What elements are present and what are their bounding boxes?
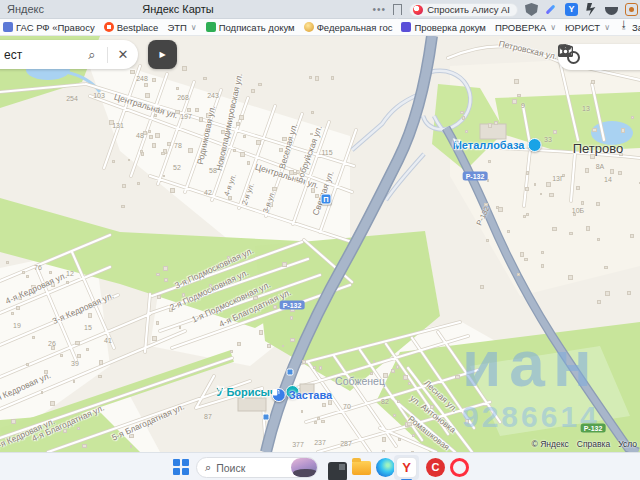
close-icon[interactable]: ✕ <box>108 47 138 62</box>
chevron-down-icon: ∨ <box>191 23 197 32</box>
tab-preview-icon[interactable] <box>625 3 638 16</box>
bookmarks-bar: ГАС РФ «ПравосуBestplaceЭТП∨Подписать до… <box>0 19 640 36</box>
overflow-dots-icon[interactable]: ••• <box>373 4 387 15</box>
search-icon[interactable]: ⌕ <box>77 47 107 63</box>
alice-label: Спросить Алису AI <box>427 4 510 15</box>
doc-green-icon <box>206 22 216 32</box>
badge-blue-icon <box>401 22 411 32</box>
bookmark-item[interactable]: ПРОВЕРКА∨ <box>495 22 556 33</box>
red-c-app-icon[interactable]: C <box>426 458 445 477</box>
download-icon <box>619 22 629 32</box>
browser-window-title: Яндекс <box>7 3 44 15</box>
bookmark-label: Федеральная гос <box>317 22 393 33</box>
bookmark-label: ЭТП <box>167 22 186 33</box>
cart-icon <box>527 138 541 152</box>
bookmark-item[interactable]: ЮРИСТ∨ <box>565 22 610 33</box>
bookmark-label: Загрузки <box>632 22 640 33</box>
fuel-icon <box>272 388 286 402</box>
bookmark-flag-icon[interactable] <box>393 4 402 15</box>
bookmark-label: ЮРИСТ <box>565 22 600 33</box>
alice-assistant-button[interactable]: Спросить Алису AI <box>409 3 518 17</box>
bookmark-item[interactable]: ЭТП∨ <box>167 22 196 33</box>
taskbar-search[interactable]: ⌕ Поиск <box>196 457 318 478</box>
edit-pencil-icon[interactable] <box>545 3 558 16</box>
attribution-link[interactable]: Справка <box>577 439 610 449</box>
screen: Яндекс Яндекс Карты ••• Спросить Алису A… <box>0 0 640 480</box>
poi-store[interactable]: Металлобаза <box>453 138 542 152</box>
search-input[interactable]: ест <box>4 48 77 62</box>
edge-icon[interactable] <box>376 458 395 477</box>
doc-blue-icon <box>3 22 13 32</box>
taskbar-search-placeholder: Поиск <box>216 462 245 474</box>
opera-icon[interactable] <box>450 458 469 477</box>
clipped-toolbar-icon[interactable] <box>558 44 566 57</box>
panel-expand-button[interactable]: ▶ <box>148 40 177 69</box>
chevron-down-icon: ∨ <box>550 23 556 32</box>
map-attribution: © ЯндексСправкаУсло <box>532 439 637 449</box>
attribution-link[interactable]: Усло <box>618 439 637 449</box>
browser-tabbar: Яндекс Яндекс Карты ••• Спросить Алису A… <box>0 0 640 19</box>
chevron-down-icon: ∨ <box>604 23 610 32</box>
bookmark-label: ПРОВЕРКА <box>495 22 546 33</box>
bookmark-label: Проверка докум <box>414 22 485 33</box>
bookmark-item[interactable]: Федеральная гос <box>304 22 393 33</box>
yandex-y-icon[interactable]: Y <box>565 3 578 16</box>
search-highlight-photo[interactable] <box>291 458 317 477</box>
extension-icon-b[interactable] <box>605 3 618 16</box>
bookmark-label: ГАС РФ «Правосу <box>16 22 95 33</box>
bookmark-label: Подписать докум <box>219 22 295 33</box>
attribution-link[interactable]: © Яндекс <box>532 439 569 449</box>
poi-fuel-station[interactable]: Застава <box>272 388 332 402</box>
file-explorer-icon[interactable] <box>352 458 371 477</box>
extension-icon-a[interactable] <box>585 3 598 16</box>
active-tab-title[interactable]: Яндекс Карты <box>142 3 213 15</box>
bookmark-item[interactable]: Подписать докум <box>206 22 295 33</box>
dark-app-icon[interactable] <box>328 462 347 480</box>
start-button[interactable] <box>173 459 189 475</box>
bookmark-item[interactable]: ГАС РФ «Правосу <box>3 22 95 33</box>
bookmark-item[interactable]: Загрузки <box>619 22 640 33</box>
poi-label: Застава <box>289 389 332 401</box>
poi-label: Металлобаза <box>453 139 525 151</box>
bookmark-item[interactable]: Проверка докум <box>401 22 485 33</box>
ring-red-icon <box>104 22 114 32</box>
emblem-gold-icon <box>304 22 314 32</box>
map-canvas[interactable]: иан 9286614 Центральная ул.Центральная у… <box>0 36 640 452</box>
taskbar: ⌕ Поиск Y C <box>0 452 640 480</box>
bookmark-label: Bestplace <box>117 22 159 33</box>
map-toolbar <box>558 44 640 70</box>
map-search-box[interactable]: ест ⌕ ✕ <box>0 40 138 69</box>
shield-extension-icon[interactable] <box>525 3 538 16</box>
bookmark-item[interactable]: Bestplace <box>104 22 159 33</box>
search-icon: ⌕ <box>205 461 211 474</box>
yandex-browser-icon[interactable]: Y <box>397 458 416 477</box>
alice-icon <box>413 5 423 15</box>
